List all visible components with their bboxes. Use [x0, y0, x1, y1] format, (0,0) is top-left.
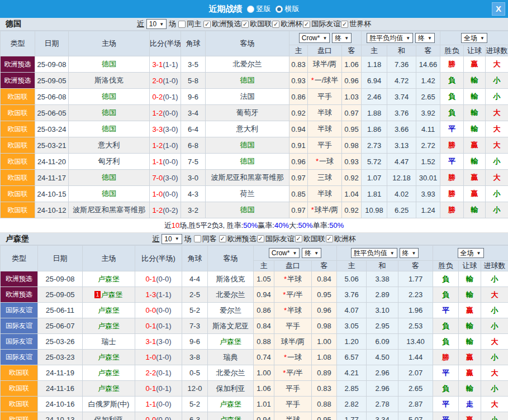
- odds-home: 0.91: [289, 137, 308, 154]
- odds-home: 1.05: [254, 271, 274, 287]
- radio-label[interactable]: 竖版: [257, 4, 271, 14]
- col-type: 类型: [1, 31, 35, 56]
- odds-away: 0.97: [342, 105, 362, 121]
- home-team: 斯洛伐克: [69, 73, 150, 89]
- competition-filter[interactable]: ✓欧国联: [295, 234, 325, 244]
- match-count-select[interactable]: 10▼: [162, 234, 182, 244]
- odds-time-select[interactable]: 终▼: [302, 248, 321, 258]
- avg-away: 1.24: [416, 202, 440, 218]
- match-type-badge: 欧国联: [1, 154, 35, 170]
- radio-label[interactable]: 横版: [285, 4, 300, 14]
- checkbox-icon[interactable]: ✓: [257, 235, 264, 242]
- result-wdl: 平: [440, 154, 464, 170]
- checkbox-icon[interactable]: ✓: [303, 21, 310, 28]
- avg-draw: 2.96: [367, 365, 398, 381]
- result-goals: 小: [481, 350, 508, 365]
- match-type-badge: 欧国联: [1, 186, 35, 202]
- subcol-avg-home: 主: [337, 261, 367, 271]
- match-type-badge: 欧国联: [1, 121, 35, 137]
- competition-filter[interactable]: ✓欧洲预选: [203, 19, 241, 29]
- odds-home: 0.86: [254, 303, 274, 318]
- checkbox-icon[interactable]: [178, 21, 186, 28]
- result-handicap: 輸: [464, 73, 486, 89]
- subcol-handicap: 盘口: [274, 261, 312, 271]
- subcol-avg-home: 主: [362, 45, 387, 56]
- checkbox-icon[interactable]: [194, 235, 201, 242]
- near-link[interactable]: 近: [152, 234, 159, 244]
- match-date: 25-03-26: [38, 334, 83, 350]
- avg-home: 2.73: [362, 137, 387, 154]
- competition-filter[interactable]: ✓欧洲预选: [219, 234, 257, 244]
- bookmaker-select[interactable]: Crow*▼: [269, 248, 300, 258]
- avg-time-select[interactable]: 终▼: [400, 248, 419, 258]
- layout-radio-horizontal[interactable]: 横版: [276, 4, 300, 14]
- scope-select[interactable]: 全场▼: [458, 248, 484, 258]
- odds-time-select[interactable]: 终▼: [332, 33, 352, 43]
- result-handicap: 贏: [459, 365, 481, 381]
- close-icon[interactable]: X: [492, 2, 505, 16]
- same-venue-filter[interactable]: 同主: [178, 19, 201, 29]
- match-date: 25-09-05: [35, 73, 69, 89]
- col-away: 客场: [206, 31, 289, 56]
- result-handicap: 輸: [464, 202, 486, 218]
- odds-away: 0.96: [312, 303, 337, 318]
- checkbox-icon[interactable]: ✓: [295, 235, 302, 242]
- match-row: 欧国联24-10-16白俄罗斯(中)1-1(0-0)5-2卢森堡1.01平手0.…: [1, 397, 508, 412]
- col-corners: 角球: [182, 246, 208, 271]
- checkbox-icon[interactable]: ✓: [326, 235, 333, 242]
- handicap: 平手: [308, 137, 342, 154]
- competition-filter[interactable]: ✓欧洲杯: [326, 234, 356, 244]
- avg-draw: 4.47: [387, 154, 416, 170]
- handicap: 平手: [274, 381, 312, 397]
- avg-away: 14.66: [416, 56, 440, 73]
- match-row: 欧洲预选25-09-051卢森堡1-3(1-1)2-5北爱尔兰0.94*平/半0…: [1, 287, 508, 303]
- competition-filter[interactable]: ✓世界杯: [341, 19, 371, 29]
- checkbox-icon[interactable]: ✓: [272, 21, 279, 28]
- competition-filter[interactable]: ✓欧洲杯: [272, 19, 302, 29]
- odds-home: 0.86: [289, 89, 308, 105]
- same-venue-filter[interactable]: 同客: [194, 234, 217, 244]
- checkbox-icon[interactable]: ✓: [203, 21, 211, 28]
- near-link[interactable]: 近: [137, 19, 144, 29]
- red-card-badge: 1: [94, 291, 100, 298]
- radio-icon[interactable]: [247, 6, 254, 13]
- corners: 6-3: [182, 412, 208, 420]
- handicap: *球半/两: [308, 202, 342, 218]
- competition-filter[interactable]: ✓国际友谊: [257, 234, 295, 244]
- match-row: 欧洲预选25-09-05斯洛伐克2-0(1-0)5-8德国0.93*一/球半0.…: [1, 73, 508, 89]
- match-date: 24-10-12: [35, 202, 69, 218]
- col-date: 日期: [38, 246, 83, 271]
- avg-select[interactable]: 胜平负均值▼: [367, 33, 413, 43]
- match-count-select[interactable]: 10▼: [146, 19, 167, 29]
- odds-away: 0.98: [342, 137, 362, 154]
- bookmaker-select[interactable]: Crow*▼: [299, 33, 330, 43]
- competition-filter[interactable]: ✓国际友谊: [303, 19, 340, 29]
- checkbox-icon[interactable]: ✓: [241, 21, 249, 28]
- corners: 2-5: [182, 287, 208, 303]
- result-handicap: 贏: [464, 137, 486, 154]
- scope-select[interactable]: 全场▼: [461, 33, 487, 43]
- score: 1-2(0-0): [150, 105, 181, 121]
- match-row: 国际友谊25-06-11卢森堡0-0(0-0)5-2爱尔兰0.86*半球0.96…: [1, 303, 508, 318]
- avg-time-select[interactable]: 终▼: [415, 33, 435, 43]
- avg-draw: 2.96: [367, 381, 398, 397]
- odds-away: 0.96: [342, 73, 362, 89]
- team-section-luxembourg: 卢森堡 近 10▼ 场 同客 ✓欧洲预选✓国际友谊✓欧国联✓欧洲杯 类型 日期 …: [0, 233, 508, 420]
- odds-away: 0.95: [312, 287, 337, 303]
- radio-icon[interactable]: [276, 6, 283, 13]
- checkbox-icon[interactable]: ✓: [341, 21, 348, 28]
- modal-titlebar: 近期战绩 竖版 横版 X: [0, 0, 508, 18]
- match-type-badge: 欧国联: [1, 89, 35, 105]
- avg-select[interactable]: 胜平负均值▼: [351, 248, 397, 258]
- score: 0-1(0-0): [135, 271, 182, 287]
- result-goals: 大: [486, 121, 508, 137]
- odds-away: 1.03: [342, 89, 362, 105]
- handicap: 平手: [274, 397, 312, 412]
- result-handicap: 輸: [459, 287, 481, 303]
- match-date: 25-03-21: [35, 137, 69, 154]
- subcol-avg-away: 客: [398, 261, 433, 271]
- checkbox-icon[interactable]: ✓: [219, 235, 226, 242]
- layout-radio-vertical[interactable]: 竖版: [247, 4, 271, 14]
- competition-filter[interactable]: ✓欧国联: [241, 19, 272, 29]
- subcol-goals: 进球数: [486, 45, 508, 56]
